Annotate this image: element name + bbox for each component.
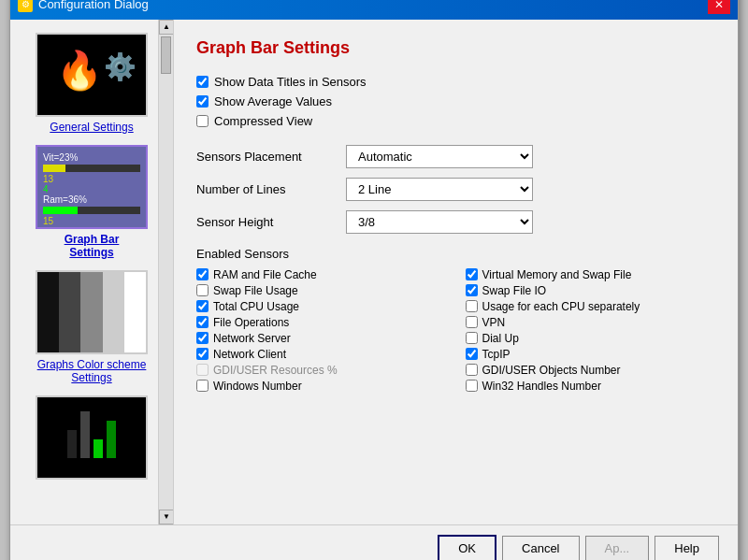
sidebar-item-graphbar[interactable]: Vit=23% 13 4 Ram=36% 15 22 Graph BarSett… <box>24 145 160 259</box>
sensor-ram-label: RAM and File Cache <box>213 268 317 281</box>
sensor-virtual-memory-checkbox[interactable] <box>466 268 478 280</box>
colorscheme-graphic <box>37 272 146 352</box>
sensor-windows-number-checkbox[interactable] <box>196 380 209 392</box>
checkbox-group: Show Data Titles in Sensors Show Average… <box>196 75 715 128</box>
sensor-virtual-memory-label: Virtual Memory and Swap File <box>482 268 632 281</box>
scroll-up-arrow[interactable]: ▲ <box>159 20 174 35</box>
colorscheme-label: Graphs Color scheme Settings <box>24 358 160 384</box>
fourth-graphic <box>37 397 146 478</box>
sensor-swap-usage-checkbox[interactable] <box>196 284 209 296</box>
enabled-sensors-title: Enabled Sensors <box>196 247 715 261</box>
graphbar-settings-label: Graph BarSettings <box>65 233 120 259</box>
sensor-windows-number-label: Windows Number <box>213 380 302 393</box>
sensor-row-tcpip: TcpIP <box>466 348 716 361</box>
sensor-win32-handles-label: Win32 Handles Number <box>482 380 601 393</box>
sidebar-item-general[interactable]: General Settings <box>24 33 160 134</box>
sidebar-scrollbar[interactable]: ▲ ▼ <box>158 20 173 524</box>
checkbox-row-show-data-titles: Show Data Titles in Sensors <box>196 75 715 89</box>
footer: OK Cancel Ap... Help <box>10 524 738 561</box>
app-icon: ⚙ <box>18 0 33 12</box>
sensor-row-win32-handles: Win32 Handles Number <box>466 380 716 393</box>
sensor-row-network-server: Network Server <box>196 332 447 345</box>
main-content: Graph Bar Settings Show Data Titles in S… <box>174 20 738 524</box>
sensor-row-swap-file-usage: Swap File Usage <box>196 284 447 297</box>
apply-button[interactable]: Ap... <box>585 536 650 561</box>
content-area: ▲ ▼ General Settings Vit=23% 13 4 <box>10 20 738 524</box>
fourth-image <box>36 395 148 480</box>
titlebar-left: ⚙ Configuration Dialog <box>18 0 149 12</box>
show-data-titles-checkbox[interactable] <box>196 76 209 88</box>
sensor-vpn-label: VPN <box>482 316 506 329</box>
sensor-gdi-resources-label: GDI/USER Resources % <box>213 364 338 377</box>
form-row-sensors-placement: Sensors Placement Automatic Top Bottom <box>196 145 715 168</box>
sensor-row-dialup: Dial Up <box>466 332 716 345</box>
sensor-swap-io-label: Swap File IO <box>482 284 547 297</box>
sensor-row-gdi-resources: GDI/USER Resources % <box>196 364 447 377</box>
sensor-total-cpu-checkbox[interactable] <box>196 300 209 312</box>
sensor-row-usage-per-cpu: Usage for each CPU separately <box>466 300 716 313</box>
compressed-view-checkbox[interactable] <box>196 115 209 127</box>
ok-button[interactable]: OK <box>438 535 496 561</box>
sensor-tcpip-label: TcpIP <box>482 348 511 361</box>
graphbar-settings-image: Vit=23% 13 4 Ram=36% 15 22 <box>36 145 148 229</box>
general-settings-image <box>36 33 148 117</box>
sensor-row-windows-number: Windows Number <box>196 380 447 393</box>
sensors-placement-select[interactable]: Automatic Top Bottom <box>346 145 533 168</box>
sensor-dialup-label: Dial Up <box>482 332 519 345</box>
sensor-row-gdi-objects: GDI/USER Objects Number <box>466 364 716 377</box>
sidebar-item-colorscheme[interactable]: Graphs Color scheme Settings <box>24 270 160 384</box>
number-of-lines-select[interactable]: 1 Line 2 Line 3 Line 4 Line <box>346 178 533 201</box>
sensor-gdi-resources-checkbox <box>196 364 209 376</box>
general-settings-label: General Settings <box>50 121 133 134</box>
window-title: Configuration Dialog <box>38 0 149 11</box>
form-row-number-of-lines: Number of Lines 1 Line 2 Line 3 Line 4 L… <box>196 178 715 201</box>
sensor-vpn-checkbox[interactable] <box>466 316 478 328</box>
scroll-down-arrow[interactable]: ▼ <box>159 510 174 524</box>
sensor-per-cpu-label: Usage for each CPU separately <box>482 300 640 313</box>
checkbox-row-compressed: Compressed View <box>196 114 715 128</box>
graph-label-ram: Ram=36% <box>43 194 140 205</box>
sensor-win32-handles-checkbox[interactable] <box>466 380 478 392</box>
checkbox-row-show-average: Show Average Values <box>196 94 715 108</box>
sensor-swap-io-checkbox[interactable] <box>466 284 478 296</box>
sensor-row-virtual-memory: Virtual Memory and Swap File <box>466 268 716 281</box>
sensor-network-server-checkbox[interactable] <box>196 332 209 344</box>
sensor-height-label: Sensor Height <box>196 215 346 229</box>
sensor-file-ops-label: File Operations <box>213 316 289 329</box>
sensor-gdi-objects-checkbox[interactable] <box>466 364 478 376</box>
sensor-file-ops-checkbox[interactable] <box>196 316 209 328</box>
sensor-swap-usage-label: Swap File Usage <box>213 284 298 297</box>
sensor-per-cpu-checkbox[interactable] <box>466 300 478 312</box>
help-button[interactable]: Help <box>654 536 719 561</box>
cancel-button[interactable]: Cancel <box>502 536 579 561</box>
sensor-network-client-checkbox[interactable] <box>196 348 209 360</box>
sidebar-item-fourth[interactable] <box>24 395 160 480</box>
sensor-total-cpu-label: Total CPU Usage <box>213 300 299 313</box>
sensor-dialup-checkbox[interactable] <box>466 332 478 344</box>
graphbar-settings-graphic: Vit=23% 13 4 Ram=36% 15 22 <box>37 147 146 227</box>
sensor-tcpip-checkbox[interactable] <box>466 348 478 360</box>
sidebar: ▲ ▼ General Settings Vit=23% 13 4 <box>10 20 174 524</box>
close-button[interactable]: ✕ <box>708 0 730 14</box>
sensors-placement-label: Sensors Placement <box>196 150 346 164</box>
titlebar: ⚙ Configuration Dialog ✕ <box>10 0 738 20</box>
general-settings-graphic <box>37 35 146 115</box>
sensor-height-select[interactable]: 1/8 2/8 3/8 4/8 5/8 <box>346 210 533 234</box>
show-average-checkbox[interactable] <box>196 95 209 108</box>
graph-label-vit: Vit=23% <box>43 152 140 163</box>
show-data-titles-label: Show Data Titles in Sensors <box>214 75 367 89</box>
sensors-grid: RAM and File Cache Virtual Memory and Sw… <box>196 268 715 393</box>
sensor-row-vpn: VPN <box>466 316 716 329</box>
compressed-view-label: Compressed View <box>214 114 312 128</box>
enabled-sensors-section: Enabled Sensors RAM and File Cache Virtu… <box>196 247 715 393</box>
sensor-ram-checkbox[interactable] <box>196 268 209 280</box>
scroll-thumb[interactable] <box>161 36 171 74</box>
show-average-label: Show Average Values <box>214 94 332 108</box>
colorscheme-image <box>36 270 148 354</box>
section-title: Graph Bar Settings <box>196 38 715 58</box>
sensor-row-swap-file-io: Swap File IO <box>466 284 716 297</box>
form-row-sensor-height: Sensor Height 1/8 2/8 3/8 4/8 5/8 <box>196 210 715 234</box>
sensor-gdi-objects-label: GDI/USER Objects Number <box>482 364 621 377</box>
sensor-row-total-cpu: Total CPU Usage <box>196 300 447 313</box>
configuration-dialog: ⚙ Configuration Dialog ✕ ▲ ▼ General Set… <box>9 0 739 560</box>
